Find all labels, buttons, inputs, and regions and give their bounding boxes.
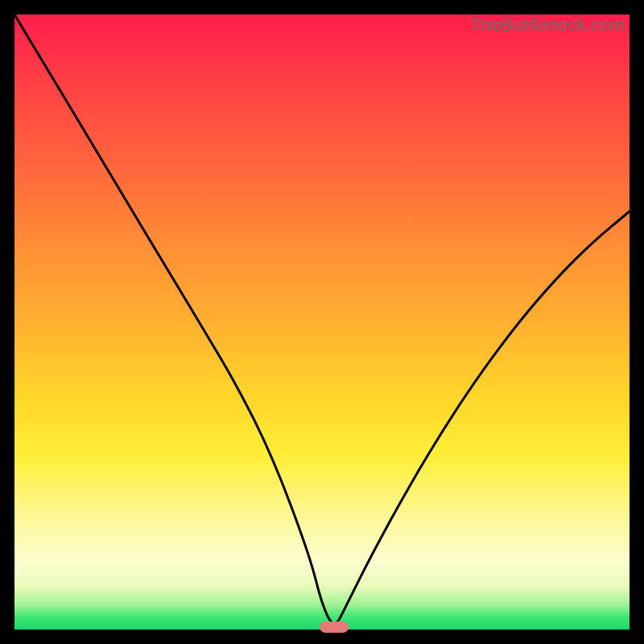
curve-path [14, 14, 630, 623]
optimal-point-marker [320, 621, 349, 633]
chart-frame: TheBottleneck.com [0, 0, 644, 644]
bottleneck-curve [14, 14, 630, 630]
gradient-plot-area: TheBottleneck.com [14, 14, 630, 630]
